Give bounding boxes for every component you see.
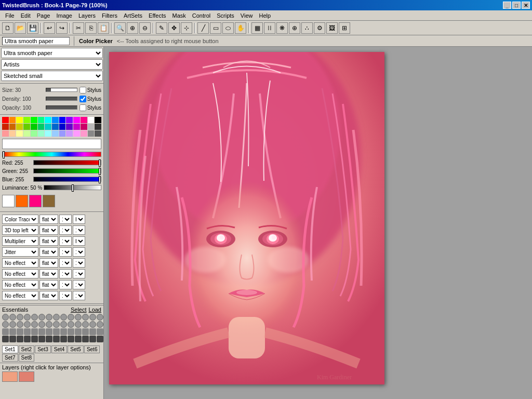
brush-cell-18[interactable] bbox=[31, 321, 38, 328]
none1-select[interactable]: No effect bbox=[2, 258, 38, 268]
brush-cell-5[interactable] bbox=[38, 314, 45, 321]
none2-h[interactable]: 1 bbox=[73, 269, 85, 278]
close-button[interactable]: ✕ bbox=[522, 2, 530, 9]
brush-cell-40[interactable] bbox=[89, 328, 96, 335]
menu-mask[interactable]: Mask bbox=[169, 11, 189, 20]
brush-cell-11[interactable] bbox=[82, 314, 89, 321]
brush-cell-23[interactable] bbox=[68, 321, 74, 328]
brush-tab-set3[interactable]: Set3 bbox=[35, 345, 51, 353]
green-slider[interactable] bbox=[33, 168, 101, 174]
brush-cell-16[interactable] bbox=[17, 321, 23, 328]
brush-cell-33[interactable] bbox=[38, 328, 45, 335]
multiplier-num[interactable]: 1 bbox=[59, 236, 72, 246]
none3-h[interactable]: 1 bbox=[73, 280, 85, 289]
brush-cell-45[interactable] bbox=[24, 336, 31, 342]
color-cell-dkgray2[interactable] bbox=[95, 130, 101, 137]
brush-cell-0[interactable] bbox=[2, 314, 9, 321]
brush-tab-set5[interactable]: Set5 bbox=[68, 345, 84, 353]
brush-cell-2[interactable] bbox=[17, 314, 23, 321]
brush-tab-set6[interactable]: Set6 bbox=[84, 345, 100, 353]
load-button[interactable]: Load bbox=[89, 307, 101, 313]
colortrace-type[interactable]: flat bbox=[39, 215, 58, 224]
zoom-button[interactable]: 🔍 bbox=[114, 22, 126, 34]
canvas-area[interactable]: Kim Gardiner bbox=[104, 47, 532, 399]
brush-tab-set2[interactable]: Set2 bbox=[19, 345, 35, 353]
main-color-display[interactable] bbox=[2, 139, 101, 149]
multiplier-h[interactable]: H bbox=[73, 236, 85, 246]
brush-cell-50[interactable] bbox=[60, 336, 67, 342]
colortrace-select[interactable]: Color Trace bbox=[2, 215, 38, 224]
painting-canvas[interactable]: Kim Gardiner bbox=[109, 52, 384, 384]
brush-cell-29[interactable] bbox=[9, 328, 16, 335]
brush-cell-12[interactable] bbox=[89, 314, 96, 321]
window-controls[interactable]: _ □ ✕ bbox=[503, 2, 530, 9]
brush-cell-4[interactable] bbox=[31, 314, 38, 321]
3d-select[interactable]: 3D top left bbox=[2, 225, 38, 235]
ellipse-button[interactable]: ⬭ bbox=[222, 22, 234, 34]
zoom-out-button[interactable]: ⊖ bbox=[139, 22, 151, 34]
density-slider[interactable] bbox=[46, 97, 77, 101]
color-cell-red[interactable] bbox=[2, 117, 9, 123]
copy-button[interactable]: ⎘ bbox=[85, 22, 97, 34]
color-cell-white[interactable] bbox=[88, 117, 95, 123]
color-cell-green[interactable] bbox=[31, 117, 37, 123]
brush-cell-1[interactable] bbox=[9, 314, 16, 321]
none2-type[interactable]: flat bbox=[39, 269, 58, 278]
brush-cell-28[interactable] bbox=[2, 328, 9, 335]
undo-button[interactable]: ↩ bbox=[44, 22, 55, 34]
menu-view[interactable]: View bbox=[237, 11, 256, 20]
brush-cell-38[interactable] bbox=[75, 328, 82, 335]
color-cell-darkblue[interactable] bbox=[59, 124, 66, 130]
brush-cell-53[interactable] bbox=[82, 336, 89, 342]
swatch-brown[interactable] bbox=[43, 195, 55, 207]
tool11[interactable]: ⊞ bbox=[339, 22, 350, 34]
brush-cell-48[interactable] bbox=[46, 336, 52, 342]
brush-cell-15[interactable] bbox=[9, 321, 16, 328]
brush-cell-52[interactable] bbox=[75, 336, 82, 342]
3d-h[interactable]: 1 bbox=[73, 225, 85, 235]
brush-cell-3[interactable] bbox=[24, 314, 31, 321]
jitter-select[interactable]: Jitter bbox=[2, 247, 38, 257]
color-cell-darkpink[interactable] bbox=[81, 124, 87, 130]
color-cell-ltred[interactable] bbox=[2, 130, 9, 137]
brush-cell-8[interactable] bbox=[60, 314, 67, 321]
color-cell-ltsky[interactable] bbox=[52, 130, 59, 137]
color-cell-darksky[interactable] bbox=[52, 124, 59, 130]
brush-cell-25[interactable] bbox=[82, 321, 89, 328]
none4-type[interactable]: flat bbox=[39, 291, 58, 300]
density-stylus-check[interactable] bbox=[79, 96, 86, 102]
brush-tab-set8[interactable]: Set8 bbox=[19, 354, 35, 362]
color-cell-ltgreen[interactable] bbox=[31, 130, 37, 137]
blue-slider[interactable] bbox=[33, 177, 101, 182]
brush-cell-51[interactable] bbox=[68, 336, 74, 342]
brush-cell-43[interactable] bbox=[9, 336, 16, 342]
color-cell-darkred[interactable] bbox=[2, 124, 9, 130]
maximize-button[interactable]: □ bbox=[512, 2, 521, 9]
menu-help[interactable]: Help bbox=[256, 11, 274, 20]
color-cell-skyblue[interactable] bbox=[52, 117, 59, 123]
color-cell-pink[interactable] bbox=[81, 117, 87, 123]
hand-button[interactable]: ✋ bbox=[235, 22, 246, 34]
brush-tab-set4[interactable]: Set4 bbox=[51, 345, 68, 353]
jitter-h[interactable]: 1 bbox=[73, 247, 85, 257]
colortrace-num[interactable]: 1 bbox=[59, 215, 72, 224]
color-cell-ltgray[interactable] bbox=[88, 124, 95, 130]
tool10[interactable]: 🖼 bbox=[326, 22, 338, 34]
color-cell-darkmagenta[interactable] bbox=[73, 124, 80, 130]
color-cell-darkyellow[interactable] bbox=[16, 124, 23, 130]
paste-button[interactable]: 📋 bbox=[98, 22, 109, 34]
color-cell-ltyellow[interactable] bbox=[16, 130, 23, 137]
brush-cell-55[interactable] bbox=[97, 336, 103, 342]
color-cell-ltlime[interactable] bbox=[23, 130, 30, 137]
brush-cell-30[interactable] bbox=[17, 328, 23, 335]
opacity-stylus-check[interactable] bbox=[79, 104, 86, 111]
swatch-orange[interactable] bbox=[16, 195, 28, 207]
brush-cell-13[interactable] bbox=[97, 314, 103, 321]
color-cell-darkmint[interactable] bbox=[38, 124, 45, 130]
brush-cell-47[interactable] bbox=[38, 336, 45, 342]
brush-cell-42[interactable] bbox=[2, 336, 9, 342]
brush-cell-17[interactable] bbox=[24, 321, 31, 328]
jitter-type[interactable]: flat bbox=[39, 247, 58, 257]
tool8[interactable]: ∴ bbox=[301, 22, 313, 34]
color-cell-cyan[interactable] bbox=[45, 117, 51, 123]
